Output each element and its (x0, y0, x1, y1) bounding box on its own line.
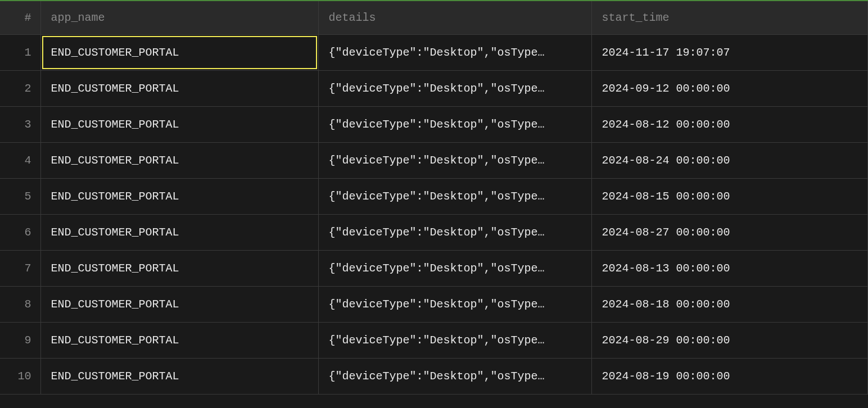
app-name-cell[interactable]: END_CUSTOMER_PORTAL (40, 35, 318, 71)
table-row: 7 END_CUSTOMER_PORTAL {"deviceType":"Des… (0, 251, 868, 287)
details-cell[interactable]: {"deviceType":"Desktop","osType… (318, 179, 591, 215)
table-row: 10 END_CUSTOMER_PORTAL {"deviceType":"De… (0, 359, 868, 395)
details-cell[interactable]: {"deviceType":"Desktop","osType… (318, 143, 591, 179)
column-header-start-time[interactable]: start_time (591, 1, 868, 35)
details-cell[interactable]: {"deviceType":"Desktop","osType… (318, 359, 591, 395)
start-time-cell[interactable]: 2024-08-15 00:00:00 (591, 179, 868, 215)
details-cell[interactable]: {"deviceType":"Desktop","osType… (318, 323, 591, 359)
app-name-cell[interactable]: END_CUSTOMER_PORTAL (40, 287, 318, 323)
table-row: 4 END_CUSTOMER_PORTAL {"deviceType":"Des… (0, 143, 868, 179)
start-time-cell[interactable]: 2024-08-12 00:00:00 (591, 107, 868, 143)
app-name-cell[interactable]: END_CUSTOMER_PORTAL (40, 359, 318, 395)
app-name-cell[interactable]: END_CUSTOMER_PORTAL (40, 215, 318, 251)
details-cell[interactable]: {"deviceType":"Desktop","osType… (318, 287, 591, 323)
start-time-cell[interactable]: 2024-08-29 00:00:00 (591, 323, 868, 359)
row-index-cell[interactable]: 10 (0, 359, 40, 395)
app-name-cell[interactable]: END_CUSTOMER_PORTAL (40, 143, 318, 179)
start-time-cell[interactable]: 2024-08-24 00:00:00 (591, 143, 868, 179)
table-header-row: # app_name details start_time (0, 1, 868, 35)
table-row: 9 END_CUSTOMER_PORTAL {"deviceType":"Des… (0, 323, 868, 359)
app-name-value: END_CUSTOMER_PORTAL (51, 46, 179, 59)
table-row: 2 END_CUSTOMER_PORTAL {"deviceType":"Des… (0, 71, 868, 107)
table-body: 1 END_CUSTOMER_PORTAL {"deviceType":"Des… (0, 35, 868, 395)
row-index-cell[interactable]: 1 (0, 35, 40, 71)
app-name-cell[interactable]: END_CUSTOMER_PORTAL (40, 71, 318, 107)
table-row: 1 END_CUSTOMER_PORTAL {"deviceType":"Des… (0, 35, 868, 71)
app-name-cell[interactable]: END_CUSTOMER_PORTAL (40, 251, 318, 287)
table-row: 6 END_CUSTOMER_PORTAL {"deviceType":"Des… (0, 215, 868, 251)
details-cell[interactable]: {"deviceType":"Desktop","osType… (318, 71, 591, 107)
row-index-cell[interactable]: 5 (0, 179, 40, 215)
start-time-cell[interactable]: 2024-08-19 00:00:00 (591, 359, 868, 395)
row-index-cell[interactable]: 3 (0, 107, 40, 143)
details-cell[interactable]: {"deviceType":"Desktop","osType… (318, 107, 591, 143)
table-row: 8 END_CUSTOMER_PORTAL {"deviceType":"Des… (0, 287, 868, 323)
start-time-cell[interactable]: 2024-08-18 00:00:00 (591, 287, 868, 323)
details-cell[interactable]: {"deviceType":"Desktop","osType… (318, 251, 591, 287)
column-header-app-name[interactable]: app_name (40, 1, 318, 35)
row-index-cell[interactable]: 6 (0, 215, 40, 251)
table-row: 3 END_CUSTOMER_PORTAL {"deviceType":"Des… (0, 107, 868, 143)
column-header-details[interactable]: details (318, 1, 591, 35)
column-header-index[interactable]: # (0, 1, 40, 35)
row-index-cell[interactable]: 2 (0, 71, 40, 107)
start-time-cell[interactable]: 2024-11-17 19:07:07 (591, 35, 868, 71)
details-cell[interactable]: {"deviceType":"Desktop","osType… (318, 35, 591, 71)
table-row: 5 END_CUSTOMER_PORTAL {"deviceType":"Des… (0, 179, 868, 215)
app-name-cell[interactable]: END_CUSTOMER_PORTAL (40, 179, 318, 215)
row-index-cell[interactable]: 4 (0, 143, 40, 179)
details-cell[interactable]: {"deviceType":"Desktop","osType… (318, 215, 591, 251)
start-time-cell[interactable]: 2024-09-12 00:00:00 (591, 71, 868, 107)
start-time-cell[interactable]: 2024-08-13 00:00:00 (591, 251, 868, 287)
row-index-cell[interactable]: 9 (0, 323, 40, 359)
data-table: # app_name details start_time 1 END_CUST… (0, 1, 868, 395)
start-time-cell[interactable]: 2024-08-27 00:00:00 (591, 215, 868, 251)
app-name-cell[interactable]: END_CUSTOMER_PORTAL (40, 323, 318, 359)
row-index-cell[interactable]: 8 (0, 287, 40, 323)
row-index-cell[interactable]: 7 (0, 251, 40, 287)
app-name-cell[interactable]: END_CUSTOMER_PORTAL (40, 107, 318, 143)
